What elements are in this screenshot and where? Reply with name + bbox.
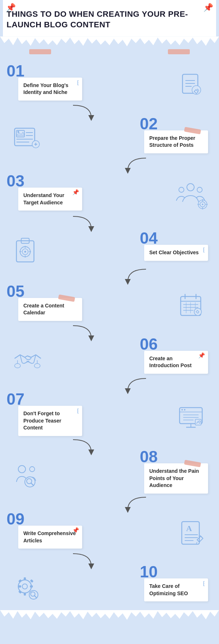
step-10-pin: ⁅ — [203, 580, 205, 587]
step-01-pin: ⁅ — [77, 79, 79, 86]
svg-rect-81 — [18, 590, 22, 594]
step-05-block: 05 Create a Content Calendar — [7, 286, 212, 322]
arrow-06-07 — [7, 375, 212, 395]
svg-point-52 — [181, 409, 183, 411]
step-06-number: 06 — [140, 336, 158, 352]
svg-line-72 — [196, 542, 197, 544]
svg-point-46 — [15, 364, 20, 368]
step-03-pin: 📌 — [72, 189, 79, 196]
torn-edge-header — [0, 36, 219, 47]
svg-point-61 — [18, 466, 26, 473]
step-01-number: 01 — [7, 63, 24, 79]
svg-rect-80 — [30, 579, 34, 583]
step-07-text: Don't Forget to Produce Teaser Content — [23, 411, 61, 431]
step-01-icon-area — [82, 69, 212, 102]
step-07-icon-area — [82, 401, 212, 434]
svg-rect-79 — [18, 579, 22, 583]
step-09-pin: 📌 — [72, 527, 79, 534]
step-10-block: 10 ⁅ Take Care of Optimizing SEO — [7, 570, 212, 603]
step-01-block: 01 ⁅ Define Your Blog's Identity and Nic… — [7, 62, 212, 102]
svg-point-53 — [184, 409, 185, 411]
arrow-01-02 — [7, 102, 212, 122]
pin-top-right: 📌 — [203, 3, 213, 12]
step-06-icon-area — [7, 342, 144, 375]
step-03-card: 📌 Understand Your Target Audience — [18, 188, 82, 211]
step-07-card: ⁅ Don't Forget to Produce Teaser Content — [18, 406, 82, 436]
svg-rect-59 — [195, 419, 201, 425]
svg-point-17 — [179, 187, 184, 192]
step-08-number: 08 — [140, 449, 158, 465]
page-title: THINGS TO DO WHEN CREATING YOUR PRE-LAUN… — [3, 4, 216, 37]
arrow-05-06 — [7, 322, 212, 342]
step-09-icon-area: A — [82, 517, 212, 550]
step-10-number: 10 — [140, 564, 158, 580]
step-03-text: Understand Your Target Audience — [23, 192, 64, 205]
step-02-number: 02 — [140, 116, 158, 132]
arrow-08-09 — [7, 494, 212, 514]
svg-rect-78 — [30, 585, 33, 588]
gear-search-icon — [11, 570, 44, 603]
step-03-block: 03 📌 Understand Your Target Audience — [7, 174, 212, 213]
calendar-icon — [175, 289, 208, 322]
step-09-block: 09 📌 Write Comprehensive Articles A — [7, 514, 212, 550]
step-06-text: Create an Introduction Post — [149, 356, 192, 369]
step-04-number: 04 — [140, 230, 158, 246]
step-05-icon-area — [82, 289, 212, 322]
search-group-icon — [11, 458, 44, 491]
arrow-03-04 — [7, 213, 212, 233]
svg-point-48 — [34, 364, 40, 368]
svg-rect-75 — [24, 577, 26, 580]
step-04-card: ⁅ Set Clear Objectives — [144, 245, 208, 261]
arrow-07-08 — [7, 436, 212, 456]
document-edit-icon — [175, 69, 208, 102]
svg-point-21 — [202, 204, 203, 205]
step-09-text: Write Comprehensive Articles — [23, 530, 76, 543]
arrow-04-05 — [7, 266, 212, 286]
steps-container: 01 ⁅ Define Your Blog's Identity and Nic… — [0, 58, 219, 614]
step-02-card: Prepare the Proper Structure of Posts — [144, 130, 208, 153]
step-03-number: 03 — [7, 173, 24, 189]
page-wrapper: 📌 📌 THINGS TO DO WHEN CREATING YOUR PRE-… — [0, 0, 219, 636]
step-05-card: Create a Content Calendar — [18, 298, 82, 321]
step-01-card: ⁅ Define Your Blog's Identity and Niche — [18, 78, 82, 101]
svg-rect-77 — [18, 585, 21, 588]
step-01-text: Define Your Blog's Identity and Niche — [23, 82, 68, 95]
step-06-card: 📌 Create an Introduction Post — [144, 351, 208, 374]
step-05-tape — [58, 294, 75, 302]
step-09-card: 📌 Write Comprehensive Articles — [18, 526, 82, 549]
step-05-text: Create a Content Calendar — [23, 303, 64, 316]
step-08-block: 08 Understand the Pain Points of Your Au… — [7, 456, 212, 494]
svg-rect-76 — [24, 593, 26, 596]
image-layout-icon — [11, 122, 44, 154]
step-10-text: Take Care of Optimizing SEO — [149, 583, 188, 596]
tape-strips — [0, 46, 219, 58]
step-03-icon-area — [82, 178, 212, 213]
step-02-tape — [184, 127, 201, 134]
arrow-02-03 — [7, 154, 212, 174]
arrow-09-10 — [7, 550, 212, 570]
tape-right — [168, 49, 190, 54]
target-audience-icon — [173, 178, 208, 213]
step-05-number: 05 — [7, 283, 24, 299]
step-08-text: Understand the Pain Points of Your Audie… — [149, 468, 199, 488]
svg-point-16 — [187, 184, 194, 191]
step-10-icon-area — [7, 570, 144, 603]
step-08-card: Understand the Pain Points of Your Audie… — [144, 463, 208, 494]
svg-text:A: A — [186, 524, 192, 533]
step-04-block: 04 ⁅ Set Clear Objectives — [7, 233, 212, 266]
step-09-number: 09 — [7, 511, 24, 527]
svg-point-74 — [22, 584, 27, 589]
clipboard-target-icon — [11, 233, 44, 266]
torn-edge-bottom — [0, 610, 219, 621]
tape-left — [29, 49, 51, 54]
svg-point-30 — [24, 251, 26, 253]
handshake-icon — [11, 342, 44, 375]
step-10-card: ⁅ Take Care of Optimizing SEO — [144, 578, 208, 601]
step-02-icon-area — [7, 122, 144, 154]
svg-point-45 — [194, 308, 201, 315]
step-04-pin: ⁅ — [203, 247, 205, 253]
step-08-tape — [184, 460, 201, 467]
step-06-pin: 📌 — [198, 352, 205, 359]
step-07-number: 07 — [7, 391, 24, 407]
step-08-icon-area — [7, 458, 144, 491]
